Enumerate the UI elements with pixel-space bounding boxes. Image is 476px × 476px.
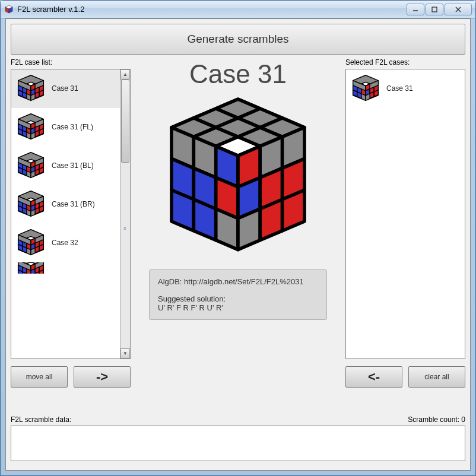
close-button[interactable]	[445, 4, 472, 15]
client-area: Generate scrambles F2L case list: Case 3…	[5, 18, 471, 471]
minimize-button[interactable]	[407, 4, 424, 15]
info-box: AlgDB: http://algdb.net/Set/F2L/F2L%2031…	[149, 269, 327, 320]
list-item[interactable]: Case 31	[11, 69, 120, 108]
list-item[interactable]: Case 31 (FL)	[11, 108, 120, 147]
case-list-header: F2L case list:	[11, 58, 131, 66]
list-item[interactable]: Case 31 (BL)	[11, 147, 120, 185]
panels: F2L case list: Case 31Case 31 (FL)Case 3…	[6, 58, 470, 388]
scramble-area: F2L scramble data: Scramble count: 0	[11, 415, 465, 465]
case-list[interactable]: Case 31Case 31 (FL)Case 31 (BL)Case 31 (…	[11, 69, 131, 359]
list-item[interactable]	[11, 262, 120, 274]
list-item[interactable]: Case 31 (BR)	[11, 185, 120, 224]
cube-preview	[155, 93, 321, 259]
solution-heading: Suggested solution:	[158, 294, 318, 303]
cube-thumb-icon	[15, 229, 47, 257]
list-item-label: Case 31	[386, 84, 413, 93]
clear-all-button[interactable]: clear all	[408, 366, 465, 388]
scroll-thumb[interactable]	[121, 80, 129, 163]
list-item-label: Case 31 (BL)	[52, 161, 94, 170]
left-button-row: move all ->	[11, 366, 131, 388]
move-left-button[interactable]: <-	[345, 366, 402, 388]
list-item[interactable]: Case 32	[11, 224, 120, 262]
move-right-button[interactable]: ->	[74, 366, 131, 388]
algdb-link[interactable]: AlgDB: http://algdb.net/Set/F2L/F2L%2031	[158, 277, 318, 286]
selected-list[interactable]: Case 31	[345, 69, 465, 359]
cube-thumb-icon	[350, 74, 382, 103]
solution-moves: U' R' F R F' R U' R'	[158, 303, 318, 312]
cube-thumb-icon	[15, 262, 47, 274]
move-all-button[interactable]: move all	[11, 366, 68, 388]
generate-button[interactable]: Generate scrambles	[11, 24, 465, 55]
app-icon	[4, 5, 14, 14]
scrollbar[interactable]: ▲ ≡ ▼	[120, 69, 130, 358]
main-panel: Case 31	[135, 58, 341, 388]
left-panel: F2L case list: Case 31Case 31 (FL)Case 3…	[11, 58, 131, 388]
scramble-header: F2L scramble data:	[11, 415, 71, 424]
cube-thumb-icon	[15, 113, 47, 141]
list-item-label: Case 32	[52, 239, 78, 247]
cube-thumb-icon	[15, 74, 47, 103]
scroll-down-button[interactable]: ▼	[120, 348, 130, 358]
cube-thumb-icon	[15, 190, 47, 218]
window-frame: F2L scrambler v.1.2 Generate scrambles F…	[0, 0, 476, 476]
right-panel: Selected F2L cases: Case 31 <- clear all	[345, 58, 465, 388]
titlebar: F2L scrambler v.1.2	[1, 1, 475, 18]
scroll-up-button[interactable]: ▲	[120, 69, 130, 80]
svg-rect-4	[432, 7, 437, 12]
list-item[interactable]: Case 31	[346, 69, 465, 108]
right-button-row: <- clear all	[345, 366, 465, 388]
maximize-button[interactable]	[426, 4, 443, 15]
window-title: F2L scrambler v.1.2	[17, 5, 407, 14]
window-controls	[407, 4, 472, 15]
scramble-output[interactable]	[11, 426, 465, 461]
cube-thumb-icon	[15, 151, 47, 180]
list-item-label: Case 31 (BR)	[52, 200, 95, 208]
scroll-marker: ≡	[120, 226, 130, 231]
case-title: Case 31	[189, 59, 287, 89]
list-item-label: Case 31	[52, 84, 78, 93]
generate-label: Generate scrambles	[187, 33, 288, 46]
selected-header: Selected F2L cases:	[345, 58, 465, 66]
list-item-label: Case 31 (FL)	[52, 123, 93, 131]
scramble-count: Scramble count: 0	[408, 415, 465, 424]
